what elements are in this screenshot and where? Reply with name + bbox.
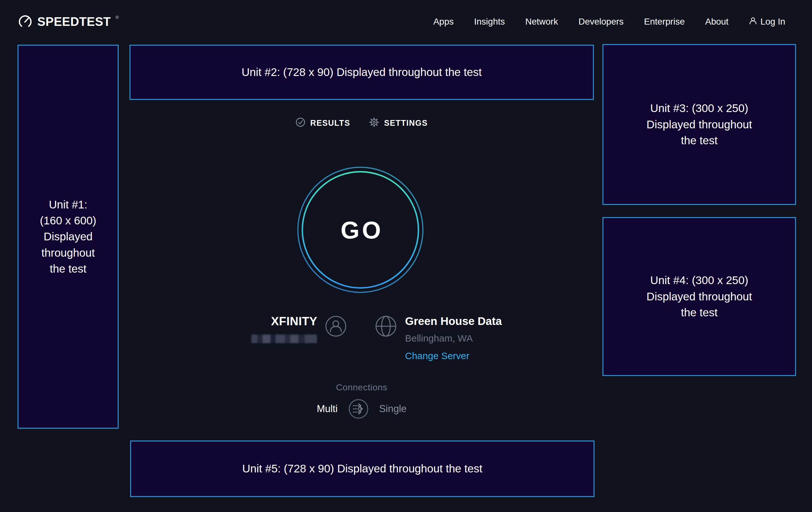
server-globe-icon[interactable] [373, 314, 399, 339]
change-server-link[interactable]: Change Server [405, 350, 502, 361]
logo-text: SPEEDTEST [37, 15, 111, 29]
tab-results-label: RESULTS [310, 118, 350, 128]
connections-multi-option[interactable]: Multi [317, 403, 338, 415]
ad-unit-5-leaderboard[interactable]: Unit #5: (728 x 90) Displayed throughout… [130, 440, 594, 497]
user-icon [749, 17, 757, 27]
go-label: GO [297, 166, 424, 294]
ad-line: Unit #3: (300 x 250) [650, 100, 748, 116]
go-button[interactable]: GO [297, 166, 424, 294]
nav-menu: Apps Insights Network Developers Enterpr… [433, 17, 785, 27]
ad-line: the test [681, 132, 718, 149]
test-tabs: RESULTS [129, 117, 594, 128]
nav-item-enterprise[interactable]: Enterprise [644, 17, 685, 27]
connections-row: Multi Single [129, 397, 594, 421]
ad-unit-4-rectangle[interactable]: Unit #4: (300 x 250) Displayed throughou… [603, 217, 796, 376]
ad-line: Displayed throughout [646, 289, 752, 304]
nav-item-network[interactable]: Network [525, 17, 558, 27]
speedtest-page: SPEEDTEST ® Apps Insights Network Develo… [0, 0, 812, 512]
connections-single-option[interactable]: Single [379, 403, 407, 415]
nav-item-about[interactable]: About [705, 17, 728, 27]
ad-line: Displayed [44, 228, 93, 244]
ad-line: Unit #2: (728 x 90) Displayed throughout… [242, 64, 482, 80]
log-in-button[interactable]: Log In [749, 17, 785, 27]
isp-name: XFINITY [247, 315, 317, 328]
ad-line: the test [681, 304, 718, 321]
top-nav-bar: SPEEDTEST ® Apps Insights Network Develo… [18, 12, 785, 31]
nav-item-apps[interactable]: Apps [433, 17, 454, 27]
ad-line: Unit #1: [49, 197, 87, 213]
tab-results[interactable]: RESULTS [296, 117, 350, 128]
ad-line: Displayed throughout [646, 116, 752, 132]
logo-trademark: ® [115, 15, 119, 20]
gear-icon [369, 117, 379, 128]
ad-line: Unit #4: (300 x 250) [650, 272, 748, 288]
tab-settings[interactable]: SETTINGS [369, 117, 428, 128]
server-name: Green House Data [405, 315, 502, 327]
ad-line: throughout [41, 245, 95, 261]
check-circle-icon [296, 117, 305, 128]
server-info: Green House Data Bellingham, WA Change S… [405, 315, 502, 361]
connections-toggle-icon[interactable] [346, 397, 371, 421]
nav-item-developers[interactable]: Developers [579, 17, 624, 27]
tab-settings-label: SETTINGS [384, 118, 428, 128]
ad-unit-2-leaderboard[interactable]: Unit #2: (728 x 90) Displayed throughout… [129, 45, 594, 100]
ad-line: the test [50, 261, 86, 277]
connections-label: Connections [129, 382, 594, 393]
speedometer-logo-icon [18, 14, 33, 30]
ad-unit-1-skyscraper[interactable]: Unit #1: (160 x 600) Displayed throughou… [18, 45, 119, 429]
ad-line: (160 x 600) [40, 213, 96, 228]
ad-unit-3-rectangle[interactable]: Unit #3: (300 x 250) Displayed throughou… [603, 44, 796, 205]
isp-id-masked [251, 334, 317, 343]
ad-line: Unit #5: (728 x 90) Displayed throughout… [242, 461, 483, 477]
nav-item-insights[interactable]: Insights [474, 17, 505, 27]
log-in-label: Log In [760, 17, 785, 27]
speedtest-logo[interactable]: SPEEDTEST ® [18, 14, 118, 30]
server-location: Bellingham, WA [405, 333, 502, 344]
isp-user-icon[interactable] [323, 314, 349, 339]
